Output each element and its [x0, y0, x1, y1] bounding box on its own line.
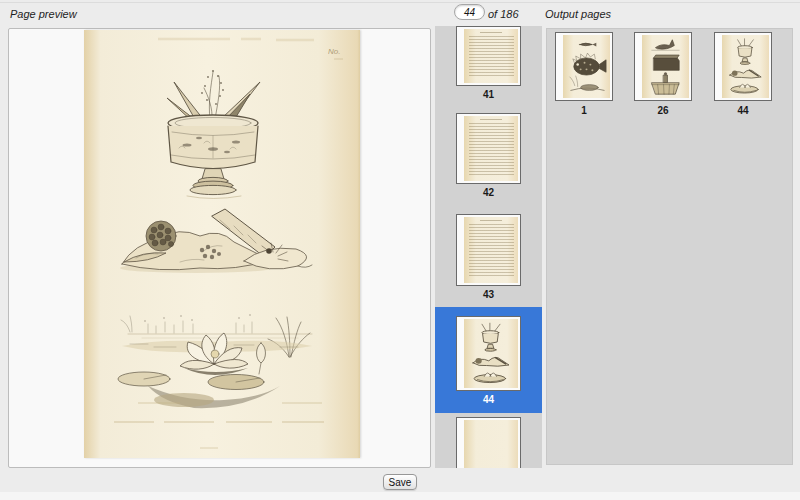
output-item-page-1[interactable]: 1 — [555, 32, 613, 116]
pencil-page-mark: No. — [328, 47, 340, 56]
vase-lily-plate-thumbnail — [722, 35, 769, 98]
still-life-engraving — [120, 209, 312, 273]
vase-engraving — [167, 70, 260, 199]
output-page-image — [714, 32, 772, 101]
duck-crate-basket-thumbnail — [642, 35, 689, 98]
window-bottom-edge — [0, 492, 800, 500]
output-page-number: 26 — [634, 105, 692, 116]
preview-page-image: No. — [84, 30, 360, 458]
text-page-thumbnail — [464, 29, 518, 83]
mini-plate-44-drawing — [464, 319, 518, 388]
thumbnail-page-number: 42 — [435, 187, 542, 199]
thumbnail-page-number: 41 — [435, 89, 542, 101]
thumbnail-page-number: 43 — [435, 289, 542, 301]
page-engravings-drawing: No. — [84, 30, 360, 458]
thumbnail-item-page-42[interactable]: 42 — [435, 113, 542, 199]
page-preview-panel: No. — [8, 28, 431, 468]
mini-duck-plate-drawing — [642, 35, 689, 98]
fish-plate-thumbnail — [563, 35, 610, 98]
thumbnail-page-image — [456, 26, 521, 86]
text-page-thumbnail — [464, 116, 518, 181]
window-top-divider — [0, 2, 800, 3]
thumbnail-column[interactable]: 41 42 43 — [435, 26, 542, 468]
illustrated-page-thumbnail — [464, 319, 518, 388]
output-item-page-44[interactable]: 44 — [714, 32, 772, 116]
output-page-number: 44 — [714, 105, 772, 116]
thumbnail-page-image — [456, 113, 521, 184]
page-preview-label: Page preview — [10, 8, 77, 20]
thumbnail-item-page-43[interactable]: 43 — [435, 214, 542, 301]
thumbnail-page-image — [456, 417, 521, 468]
faint-title-marks — [158, 39, 314, 40]
application-window: Page preview of 186 Output pages No. — [0, 0, 800, 500]
text-page-thumbnail — [464, 217, 518, 283]
thumbnail-item-page-41[interactable]: 41 — [435, 26, 542, 101]
output-page-image — [555, 32, 613, 101]
thumbnail-page-image — [456, 316, 521, 391]
mini-plate-44-drawing — [722, 35, 769, 98]
thumbnail-item-page-44-selected[interactable]: 44 — [435, 307, 542, 413]
output-page-number: 1 — [555, 105, 613, 116]
output-item-page-26[interactable]: 26 — [634, 32, 692, 116]
page-number-input[interactable] — [454, 4, 485, 20]
mini-fish-plate-drawing — [563, 35, 610, 98]
water-lily-engraving — [118, 314, 312, 408]
page-total-label: of 186 — [488, 8, 519, 20]
output-page-image — [634, 32, 692, 101]
thumbnail-page-image — [456, 214, 521, 286]
output-pages-label: Output pages — [545, 8, 611, 20]
save-button[interactable]: Save — [383, 474, 417, 490]
blank-page-thumbnail — [464, 420, 518, 468]
output-pages-panel: 1 — [546, 28, 793, 465]
thumbnail-page-number: 44 — [435, 394, 542, 406]
thumbnail-item-page-45-partial[interactable] — [435, 417, 542, 468]
